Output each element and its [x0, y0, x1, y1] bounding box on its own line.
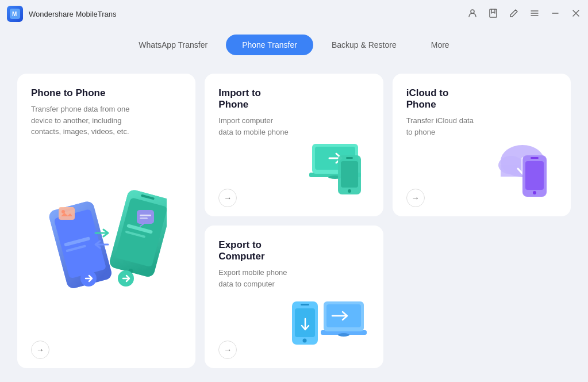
card-arrow-phone-to-phone[interactable]: → — [31, 341, 49, 359]
account-icon[interactable] — [467, 8, 478, 20]
export-card-right — [289, 239, 370, 359]
svg-text:M: M — [12, 11, 17, 17]
svg-point-32 — [348, 189, 351, 193]
card-description: Transfer phone data from one device to a… — [31, 104, 134, 137]
export-card-content: Export to Computer Export mobile phone d… — [218, 239, 369, 359]
svg-rect-20 — [137, 210, 154, 224]
card-description: Import computer data to mobile phone — [218, 115, 289, 137]
svg-rect-39 — [531, 157, 539, 159]
app-title: Wondershare MobileTrans — [29, 10, 116, 18]
tab-whatsapp-transfer[interactable]: WhatsApp Transfer — [122, 35, 224, 55]
app-icon: M — [7, 6, 23, 22]
title-bar: M Wondershare MobileTrans — [0, 0, 588, 28]
card-phone-to-phone[interactable]: Phone to Phone Transfer phone data from … — [17, 74, 195, 368]
card-arrow-icloud[interactable]: → — [406, 189, 425, 207]
svg-rect-22 — [140, 217, 148, 219]
card-description: Transfer iCloud data to phone — [406, 115, 476, 137]
nav-bar: WhatsApp Transfer Phone Transfer Backup … — [0, 28, 588, 64]
cards-grid: Phone to Phone Transfer phone data from … — [17, 74, 571, 368]
card-import-to-phone[interactable]: Import to Phone Import computer data to … — [205, 74, 383, 216]
import-card-right — [289, 87, 370, 207]
title-bar-left: M Wondershare MobileTrans — [7, 6, 116, 22]
menu-icon[interactable] — [529, 8, 540, 20]
minimize-icon[interactable] — [550, 8, 560, 20]
card-description: Export mobile phone data to computer — [218, 267, 289, 289]
svg-point-19 — [62, 210, 65, 213]
export-card-left: Export to Computer Export mobile phone d… — [218, 239, 289, 359]
card-title: iCloud to Phone — [406, 87, 476, 110]
card-icloud-to-phone[interactable]: iCloud to Phone Transfer iCloud data to … — [393, 74, 571, 216]
svg-point-44 — [302, 339, 306, 343]
card-title: Phone to Phone — [31, 87, 182, 99]
svg-point-48 — [338, 333, 349, 337]
svg-rect-38 — [525, 161, 544, 190]
icloud-illustration — [476, 138, 557, 207]
card-arrow-import[interactable]: → — [218, 189, 237, 207]
card-title: Import to Phone — [218, 87, 289, 110]
main-content: Phone to Phone Transfer phone data from … — [0, 64, 588, 380]
svg-rect-3 — [490, 9, 497, 17]
tab-more[interactable]: More — [415, 35, 466, 55]
icloud-card-right — [476, 87, 557, 207]
icloud-card-content: iCloud to Phone Transfer iCloud data to … — [406, 87, 557, 207]
icloud-card-left: iCloud to Phone Transfer iCloud data to … — [406, 87, 476, 207]
svg-rect-43 — [301, 304, 309, 305]
close-icon[interactable] — [571, 8, 581, 20]
card-title: Export to Computer — [218, 239, 289, 262]
tab-backup-restore[interactable]: Backup & Restore — [316, 35, 413, 55]
card-export-to-computer[interactable]: Export to Computer Export mobile phone d… — [205, 226, 383, 368]
svg-rect-30 — [341, 161, 358, 188]
bookmark-icon[interactable] — [488, 8, 498, 20]
import-illustration — [289, 138, 370, 207]
import-card-left: Import to Phone Import computer data to … — [218, 87, 289, 207]
svg-rect-18 — [59, 207, 75, 220]
edit-icon[interactable] — [509, 8, 519, 20]
svg-rect-31 — [346, 157, 353, 159]
phone-to-phone-illustration — [46, 181, 167, 302]
import-card-content: Import to Phone Import computer data to … — [218, 87, 369, 207]
svg-point-2 — [471, 10, 474, 13]
export-illustration — [289, 290, 370, 359]
card-arrow-export[interactable]: → — [218, 341, 237, 359]
svg-point-40 — [533, 191, 536, 194]
title-bar-controls — [467, 8, 581, 20]
svg-rect-13 — [115, 197, 167, 267]
svg-rect-21 — [140, 215, 151, 216]
tab-phone-transfer[interactable]: Phone Transfer — [226, 35, 313, 55]
